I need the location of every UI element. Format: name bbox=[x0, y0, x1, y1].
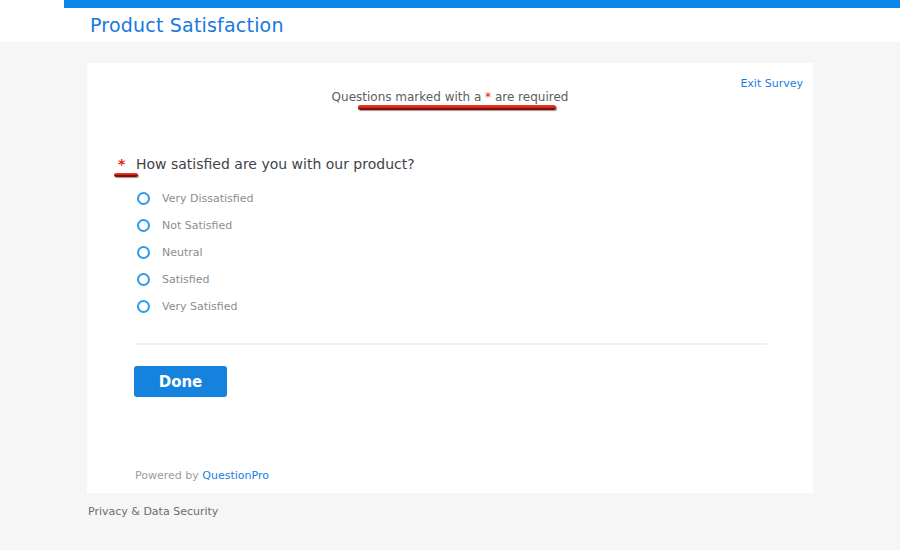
radio-option-satisfied[interactable]: Satisfied bbox=[137, 266, 253, 293]
survey-card: Exit Survey Questions marked with a * ar… bbox=[87, 63, 813, 493]
question-required-marker: * bbox=[118, 156, 136, 172]
progress-bar-track bbox=[0, 0, 900, 8]
required-note-underline-annotation bbox=[358, 105, 556, 110]
radio-option-very-satisfied[interactable]: Very Satisfied bbox=[137, 293, 253, 320]
done-button[interactable]: Done bbox=[134, 366, 227, 397]
page-title: Product Satisfaction bbox=[90, 8, 284, 42]
radio-option-neutral[interactable]: Neutral bbox=[137, 239, 253, 266]
powered-by-prefix: Powered by bbox=[135, 469, 202, 482]
radio-option-not-satisfied[interactable]: Not Satisfied bbox=[137, 212, 253, 239]
required-note: Questions marked with a * are required bbox=[87, 90, 813, 104]
required-note-suffix: are required bbox=[491, 90, 568, 104]
main-area: Exit Survey Questions marked with a * ar… bbox=[0, 42, 900, 550]
question-marker-underline-annotation bbox=[114, 173, 138, 177]
radio-label[interactable]: Neutral bbox=[162, 246, 203, 259]
question-row: * How satisfied are you with our product… bbox=[118, 156, 415, 172]
radio-button-icon[interactable] bbox=[137, 192, 150, 205]
privacy-data-security-link[interactable]: Privacy & Data Security bbox=[88, 505, 218, 518]
survey-page: Product Satisfaction Exit Survey Questio… bbox=[0, 0, 900, 550]
radio-button-icon[interactable] bbox=[137, 300, 150, 313]
radio-label[interactable]: Satisfied bbox=[162, 273, 210, 286]
questionpro-link[interactable]: QuestionPro bbox=[202, 469, 269, 482]
app-header: Product Satisfaction bbox=[0, 8, 900, 42]
radio-button-icon[interactable] bbox=[137, 219, 150, 232]
radio-label[interactable]: Very Dissatisfied bbox=[162, 192, 253, 205]
radio-option-very-dissatisfied[interactable]: Very Dissatisfied bbox=[137, 185, 253, 212]
options-list: Very Dissatisfied Not Satisfied Neutral … bbox=[137, 185, 253, 320]
section-divider bbox=[135, 343, 767, 345]
radio-label[interactable]: Not Satisfied bbox=[162, 219, 232, 232]
exit-survey-link[interactable]: Exit Survey bbox=[740, 77, 803, 90]
required-note-prefix: Questions marked with a bbox=[332, 90, 486, 104]
progress-bar-fill bbox=[64, 0, 900, 8]
radio-button-icon[interactable] bbox=[137, 273, 150, 286]
radio-label[interactable]: Very Satisfied bbox=[162, 300, 237, 313]
question-text: How satisfied are you with our product? bbox=[136, 156, 415, 172]
radio-button-icon[interactable] bbox=[137, 246, 150, 259]
powered-by-text: Powered by QuestionPro bbox=[135, 469, 269, 482]
